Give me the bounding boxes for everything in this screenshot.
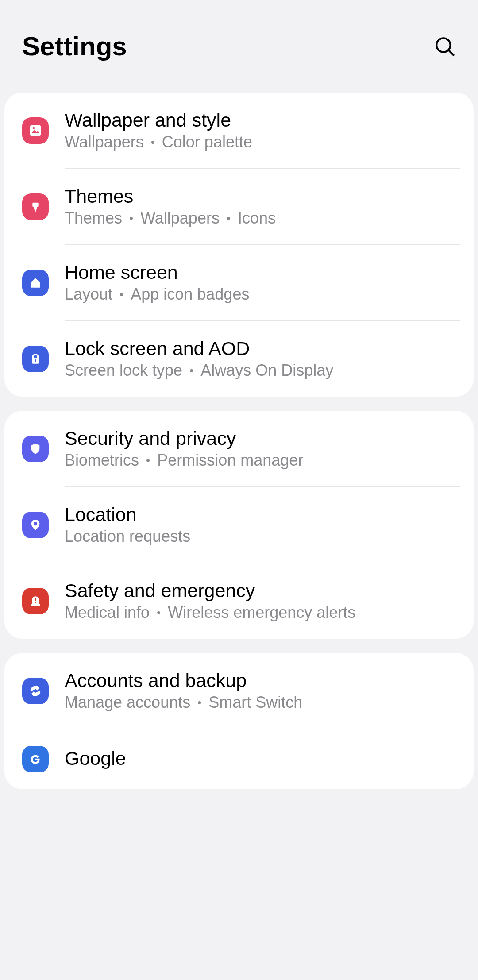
search-icon: [434, 35, 456, 58]
sync-icon: [22, 678, 49, 704]
item-home-screen[interactable]: Home screen Layout • App icon badges: [4, 245, 474, 320]
lock-icon: [22, 346, 49, 372]
svg-rect-7: [35, 360, 36, 362]
item-text: Lock screen and AOD Screen lock type • A…: [65, 338, 460, 380]
item-text: Safety and emergency Medical info • Wire…: [65, 580, 460, 622]
svg-point-11: [35, 602, 36, 603]
item-title: Lock screen and AOD: [65, 338, 460, 359]
svg-point-8: [34, 522, 37, 525]
item-accounts-backup[interactable]: Accounts and backup Manage accounts • Sm…: [4, 653, 474, 729]
svg-rect-10: [35, 598, 36, 601]
item-text: Themes Themes • Wallpapers • Icons: [65, 185, 460, 228]
item-text: Home screen Layout • App icon badges: [65, 262, 460, 304]
item-title: Accounts and backup: [65, 670, 460, 691]
dot-separator: •: [129, 212, 133, 225]
item-subtitle: Medical info • Wireless emergency alerts: [65, 603, 460, 622]
item-location[interactable]: Location Location requests: [4, 487, 474, 563]
item-title: Safety and emergency: [65, 580, 460, 602]
item-title: Home screen: [65, 262, 460, 283]
item-subtitle: Manage accounts • Smart Switch: [65, 693, 460, 712]
item-text: Wallpaper and style Wallpapers • Color p…: [65, 109, 460, 151]
wallpaper-icon: [22, 117, 49, 144]
dot-separator: •: [151, 135, 155, 149]
dot-separator: •: [146, 454, 150, 467]
themes-icon: [22, 193, 49, 220]
item-title: Location: [65, 504, 460, 525]
item-text: Accounts and backup Manage accounts • Sm…: [65, 670, 460, 712]
emergency-icon: [22, 588, 49, 614]
item-subtitle: Biometrics • Permission manager: [65, 451, 460, 470]
item-security-privacy[interactable]: Security and privacy Biometrics • Permis…: [4, 411, 474, 486]
location-pin-icon: [22, 512, 49, 538]
google-icon: [22, 746, 49, 772]
item-text: Location Location requests: [65, 504, 460, 546]
search-button[interactable]: [434, 35, 456, 58]
item-title: Security and privacy: [65, 428, 460, 449]
svg-line-1: [449, 50, 454, 55]
dot-separator: •: [197, 696, 201, 710]
svg-point-3: [33, 127, 35, 129]
item-subtitle: Layout • App icon badges: [65, 285, 460, 304]
svg-point-0: [436, 38, 450, 52]
settings-group-accounts: Accounts and backup Manage accounts • Sm…: [4, 653, 474, 789]
item-themes[interactable]: Themes Themes • Wallpapers • Icons: [4, 169, 474, 244]
svg-rect-2: [30, 125, 41, 136]
svg-rect-4: [32, 202, 38, 206]
svg-rect-9: [31, 604, 40, 606]
item-subtitle: Wallpapers • Color palette: [65, 133, 460, 151]
item-text: Security and privacy Biometrics • Permis…: [65, 428, 460, 470]
item-text: Google: [65, 748, 460, 771]
item-google[interactable]: Google: [4, 729, 474, 789]
item-title: Wallpaper and style: [65, 109, 460, 131]
item-subtitle: Location requests: [65, 527, 460, 546]
dot-separator: •: [227, 212, 231, 225]
settings-group-appearance: Wallpaper and style Wallpapers • Color p…: [4, 93, 474, 397]
item-safety-emergency[interactable]: Safety and emergency Medical info • Wire…: [4, 563, 474, 639]
header: Settings: [0, 0, 478, 93]
home-icon: [22, 270, 49, 296]
dot-separator: •: [120, 288, 123, 301]
item-lock-screen[interactable]: Lock screen and AOD Screen lock type • A…: [4, 321, 474, 397]
item-title: Google: [65, 748, 460, 769]
shield-icon: [22, 436, 49, 462]
settings-group-security: Security and privacy Biometrics • Permis…: [4, 411, 474, 639]
page-title: Settings: [22, 31, 127, 62]
dot-separator: •: [157, 606, 161, 620]
dot-separator: •: [189, 364, 193, 378]
item-title: Themes: [65, 185, 460, 207]
item-subtitle: Themes • Wallpapers • Icons: [65, 209, 460, 228]
item-wallpaper[interactable]: Wallpaper and style Wallpapers • Color p…: [4, 93, 474, 168]
item-subtitle: Screen lock type • Always On Display: [65, 361, 460, 380]
